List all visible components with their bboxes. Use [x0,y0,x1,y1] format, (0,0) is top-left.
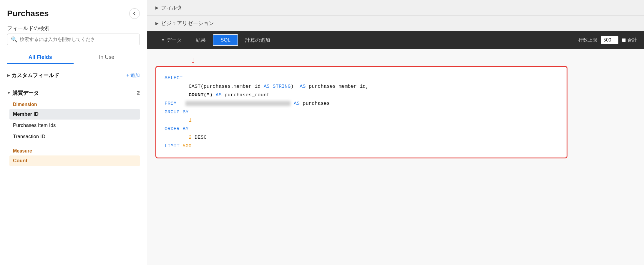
total-label: 合計 [628,37,637,43]
sql-keyword-limit: LIMIT [165,143,180,149]
sql-line-from: FROM AS purchases [165,100,558,108]
search-box: 🔍 [7,34,140,45]
viz-expand-icon: ▶ [155,21,159,26]
sidebar-header: Purchases [7,8,140,19]
red-arrow-icon: ↓ [191,55,195,65]
sql-cast: CAST(purchases.member_id [189,84,264,89]
sql-line-order-by: ORDER BY [165,125,558,133]
sql-line-group-val: 1 [165,116,558,125]
sql-line-group-by: GROUP BY [165,108,558,117]
sidebar-title: Purchases [7,9,49,18]
sql-blurred-table [185,101,291,106]
toolbar: ▼ データ 結果 SQL 計算の追加 行数上限 合計 [147,31,644,49]
field-search-label: フィールドの検索 [7,25,140,32]
add-calc-button[interactable]: 計算の追加 [238,34,277,46]
total-checkbox-row: 合計 [622,37,637,43]
collapse-icon: ▼ [7,91,11,95]
sql-as2: AS [300,84,306,89]
sql-button[interactable]: SQL [213,34,238,46]
sql-line-limit: LIMIT 500 [165,142,558,150]
sql-box: SELECT CAST(purchases.member_id AS STRIN… [155,66,567,158]
purchase-data-count: 2 [137,90,140,96]
red-arrow-container: ↓ [155,55,636,65]
purchase-data-section: ▼ 購買データ 2 Dimension Member ID Purchases … [7,87,140,166]
measure-label: Measure [9,146,140,155]
field-list: Dimension Member ID Purchases Item Ids T… [9,100,140,166]
sql-line-count: COUNT(*) AS purchases_count [165,91,558,100]
row-limit-label: 行数上限 [578,37,597,43]
toolbar-right: 行数上限 合計 [578,36,637,44]
filter-label: フィルタ [161,4,182,11]
list-item[interactable]: Transaction ID [9,131,140,142]
tab-in-use[interactable]: In Use [74,51,140,64]
search-icon: 🔍 [11,36,17,43]
viz-bar[interactable]: ▶ ビジュアリゼーション [147,16,644,31]
sql-keyword-orderby: ORDER BY [165,126,189,132]
purchase-data-name: ▼ 購買データ [7,90,39,97]
dropdown-icon: ▼ [161,38,165,42]
sql-as4: AS [294,101,300,106]
list-item[interactable]: Member ID [9,109,140,120]
main-content: ▶ フィルタ ▶ ビジュアリゼーション ▼ データ 結果 SQL 計算の追加 行… [147,0,644,265]
custom-fields-name: ▶ カスタムフィールド [7,72,59,79]
sql-as1: AS STRING [264,84,291,89]
custom-fields-section: ▶ カスタムフィールド + 追加 [7,69,140,82]
field-tabs: All Fields In Use [7,51,140,64]
filter-bar[interactable]: ▶ フィルタ [147,0,644,16]
results-button[interactable]: 結果 [189,34,213,46]
filter-expand-icon: ▶ [155,5,159,10]
sql-as3: AS [215,92,221,98]
sidebar: Purchases フィールドの検索 🔍 All Fields In Use ▶… [0,0,147,265]
viz-label: ビジュアリゼーション [161,20,214,27]
collapse-button[interactable] [129,8,140,19]
list-item[interactable]: Count [9,155,140,166]
sql-keyword-from: FROM [165,101,177,106]
dimension-label: Dimension [9,100,140,108]
chevron-left-icon [132,11,137,16]
sql-limit-val: 500 [182,143,192,149]
sql-keyword-groupby: GROUP BY [165,109,189,115]
purchase-data-row: ▼ 購買データ 2 [7,87,140,100]
sql-group-val: 1 [189,117,192,123]
list-item[interactable]: Purchases Item Ids [9,120,140,131]
sql-keyword-select: SELECT [165,75,182,81]
sql-line-cast: CAST(purchases.member_id AS STRING) AS p… [165,82,558,91]
sql-content-area: ↓ SELECT CAST(purchases.member_id AS STR… [147,49,644,265]
sql-line-select: SELECT [165,74,558,82]
tab-all-fields[interactable]: All Fields [7,51,74,64]
total-checkbox[interactable] [622,38,626,42]
custom-fields-row: ▶ カスタムフィールド + 追加 [7,69,140,82]
add-custom-field-link[interactable]: + 追加 [126,72,140,79]
sql-count: COUNT(*) [189,92,213,98]
field-search-section: フィールドの検索 🔍 [7,25,140,45]
sql-order-val: 2 [189,135,192,140]
expand-icon: ▶ [7,73,10,77]
row-limit-input[interactable] [601,36,618,44]
search-input[interactable] [20,37,136,42]
sql-line-order-val: 2 DESC [165,133,558,142]
data-button[interactable]: ▼ データ [154,34,189,46]
